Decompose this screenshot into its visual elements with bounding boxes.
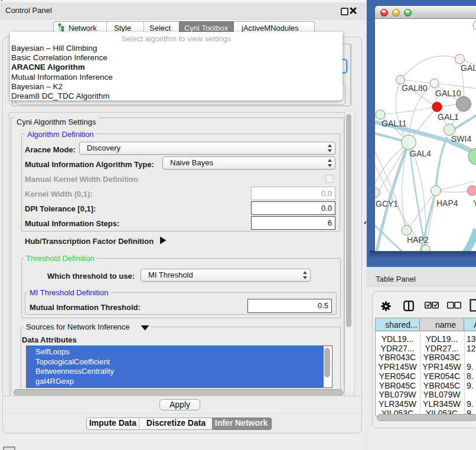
svg-text:GAL4: GAL4: [410, 149, 431, 158]
svg-text:GCY1: GCY1: [376, 199, 398, 208]
svg-text:GAL1: GAL1: [438, 112, 459, 122]
svg-text:Y: Y: [473, 198, 476, 208]
svg-text:HAP4: HAP4: [436, 198, 458, 208]
svg-text:GAL80: GAL80: [402, 83, 428, 93]
svg-text:GAL7: GAL7: [461, 63, 476, 73]
svg-text:HAP2: HAP2: [407, 235, 429, 244]
svg-text:SWI4: SWI4: [451, 134, 471, 144]
svg-text:GAL10: GAL10: [435, 89, 461, 98]
svg-text:GAL11: GAL11: [382, 119, 407, 128]
